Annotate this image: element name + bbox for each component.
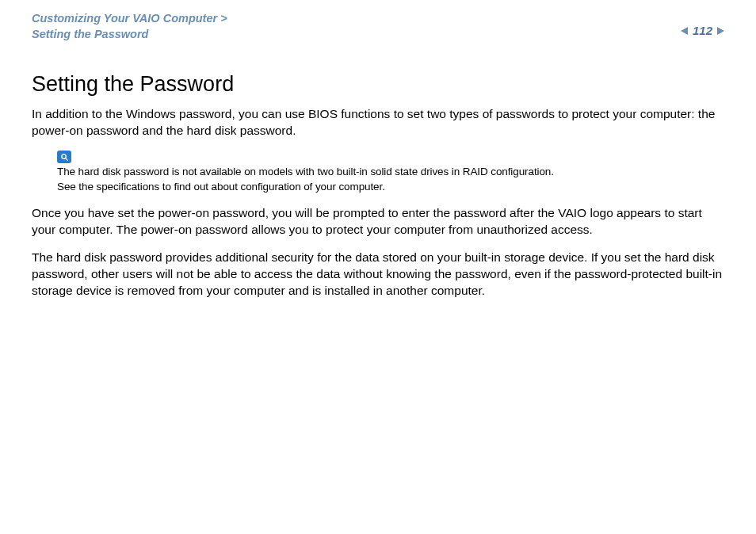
breadcrumb: Customizing Your VAIO Computer > Setting… <box>32 11 227 42</box>
paragraph-3: The hard disk password provides addition… <box>32 250 724 299</box>
page-title: Setting the Password <box>32 72 724 97</box>
magnifier-icon <box>57 151 71 163</box>
page-number: 112 <box>693 24 712 37</box>
breadcrumb-line2: Setting the Password <box>32 27 227 43</box>
breadcrumb-line1: Customizing Your VAIO Computer > <box>32 11 227 27</box>
svg-point-0 <box>61 154 66 159</box>
page-header: Customizing Your VAIO Computer > Setting… <box>0 0 756 48</box>
page-content: Setting the Password In addition to the … <box>0 48 756 299</box>
intro-paragraph: In addition to the Windows password, you… <box>32 106 724 139</box>
note-line2: See the specifications to find out about… <box>57 180 724 194</box>
prev-page-arrow-icon[interactable] <box>681 27 688 35</box>
note-block: The hard disk password is not available … <box>57 151 724 194</box>
paragraph-2: Once you have set the power-on password,… <box>32 205 724 238</box>
note-line1: The hard disk password is not available … <box>57 165 724 179</box>
next-page-arrow-icon[interactable] <box>717 27 724 35</box>
page-navigator: 112 <box>681 11 724 37</box>
svg-line-1 <box>65 158 67 161</box>
